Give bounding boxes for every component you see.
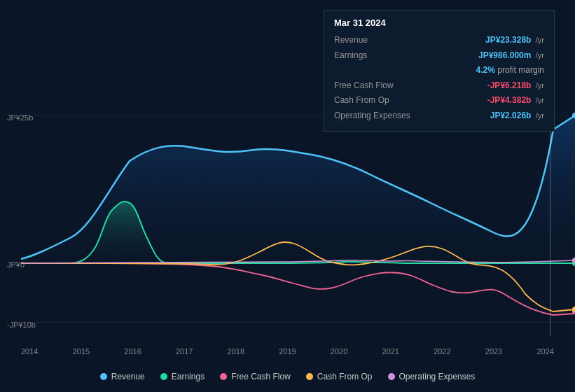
legend-item-earnings[interactable]: Earnings — [160, 372, 205, 382]
x-label-2018: 2018 — [228, 347, 244, 356]
x-label-2016: 2016 — [124, 347, 141, 356]
tooltip-label-fcf: Free Cash Flow — [334, 78, 418, 94]
tooltip-margin-pct: 4.2% — [476, 65, 495, 75]
tooltip-unit-fcf: /yr — [536, 81, 544, 90]
legend-label-cashfromop: Cash From Op — [317, 372, 373, 382]
tooltip-margin-text: profit margin — [497, 65, 544, 75]
legend-dot-cashfromop — [306, 373, 313, 380]
tooltip-unit-earnings: /yr — [536, 51, 544, 59]
tooltip-label-earnings: Earnings — [334, 48, 418, 64]
x-label-2014: 2014 — [21, 347, 38, 356]
legend-dot-revenue — [100, 373, 107, 380]
tooltip-value-fcf: -JP¥6.218b — [487, 80, 532, 90]
legend-item-revenue[interactable]: Revenue — [100, 372, 145, 382]
tooltip-row-fcf: Free Cash Flow -JP¥6.218b /yr — [334, 78, 544, 94]
tooltip-row-cashfromop: Cash From Op -JP¥4.382b /yr — [334, 93, 544, 108]
x-axis-labels: 2014 2015 2016 2017 2018 2019 2020 2021 … — [21, 347, 575, 356]
x-label-2017: 2017 — [176, 347, 193, 356]
legend: Revenue Earnings Free Cash Flow Cash Fro… — [0, 372, 575, 382]
x-label-2024: 2024 — [536, 347, 553, 356]
legend-label-earnings: Earnings — [172, 372, 205, 382]
legend-dot-opex — [388, 373, 395, 380]
tooltip-value-earnings: JP¥986.000m — [478, 50, 531, 60]
x-label-2020: 2020 — [331, 347, 347, 356]
tooltip-row-margin: 4.2% profit margin — [334, 63, 544, 78]
legend-item-fcf[interactable]: Free Cash Flow — [220, 372, 291, 382]
tooltip-value-opex: JP¥2.026b — [490, 111, 532, 120]
chart-container: JP¥25b JP¥0 -JP¥10b — [0, 0, 575, 392]
hover-line — [550, 112, 550, 336]
tooltip-box: Mar 31 2024 Revenue JP¥23.328b /yr Earni… — [324, 10, 555, 132]
tooltip-date: Mar 31 2024 — [334, 18, 544, 28]
x-label-2021: 2021 — [382, 347, 399, 356]
tooltip-unit-cashfromop: /yr — [536, 96, 544, 104]
x-label-2022: 2022 — [434, 347, 450, 356]
tooltip-profit-margin: 4.2% profit margin — [476, 63, 544, 78]
legend-label-fcf: Free Cash Flow — [231, 372, 291, 382]
legend-dot-earnings — [160, 373, 167, 380]
tooltip-unit-revenue: /yr — [536, 36, 544, 44]
legend-item-opex[interactable]: Operating Expenses — [388, 372, 476, 382]
tooltip-row-opex: Operating Expenses JP¥2.026b /yr — [334, 108, 544, 124]
tooltip-row-revenue: Revenue JP¥23.328b /yr — [334, 33, 544, 48]
tooltip-label-opex: Operating Expenses — [334, 108, 418, 124]
x-label-2019: 2019 — [279, 347, 296, 356]
tooltip-row-earnings: Earnings JP¥986.000m /yr — [334, 48, 544, 64]
tooltip-value-revenue: JP¥23.328b — [485, 35, 531, 45]
legend-dot-fcf — [220, 373, 227, 380]
legend-label-revenue: Revenue — [111, 372, 145, 382]
legend-item-cashfromop[interactable]: Cash From Op — [306, 372, 373, 382]
legend-label-opex: Operating Expenses — [399, 372, 476, 382]
tooltip-label-cashfromop: Cash From Op — [334, 93, 418, 108]
tooltip-unit-opex: /yr — [536, 111, 544, 120]
x-label-2015: 2015 — [73, 347, 90, 356]
tooltip-label-revenue: Revenue — [334, 33, 418, 48]
x-label-2023: 2023 — [485, 347, 502, 356]
tooltip-value-cashfromop: -JP¥4.382b — [487, 95, 532, 105]
